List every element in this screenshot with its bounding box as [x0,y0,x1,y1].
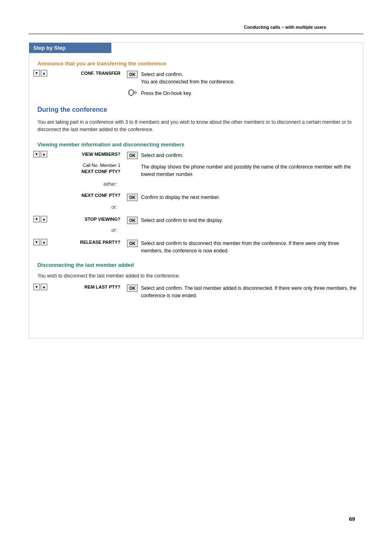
release-up-icon: ▲ [41,239,47,245]
or2-label: or: [111,227,120,233]
release-party-row: ▼ ▲ RELEASE PARTY? OK Select and confirm… [29,237,363,256]
next-conf-ok[interactable]: OK [127,194,138,201]
rem-last-icons: ▼ ▲ [33,284,47,290]
hook-text: Press the On-hook key. [141,89,359,97]
or2-left: or: [33,227,124,233]
disconnecting-body: You wish to disconnect the last member a… [29,270,363,282]
or2-row: or: [29,226,363,237]
stop-up-icon: ▲ [41,216,47,222]
stop-down-icon: ▼ [33,216,40,222]
release-icons: ▼ ▲ [33,239,47,245]
page-header: Conducting calls – with multiple users [29,0,363,34]
stop-viewing-left: ▼ ▲ STOP VIEWING? [33,216,124,222]
hook-key-row: Press the On-hook key. [29,87,363,99]
disconnecting-title: Disconnecting the last member added [29,259,363,270]
step-by-step-header: Step by Step [29,43,111,53]
either-left: either: [33,181,124,187]
view-members-text: Select and confirm. [141,151,359,159]
conf-transfer-label: CONF. TRANSFER [49,71,120,76]
callno-label: Call No. Member 1NEXT CONF PTY? [81,162,120,175]
rem-last-row: ▼ ▲ REM LAST PTY? OK Select and confirm.… [29,282,363,301]
release-down-icon: ▼ [33,239,40,245]
next-conf-left: NEXT CONF PTY? [33,193,124,198]
next-conf-text: Confirm to display the next member. [141,193,359,201]
svg-rect-1 [133,92,136,93]
down-arrow-icon: ▼ [33,70,40,76]
conf-transfer-left: ▼ ▲ CONF. TRANSFER [33,70,124,76]
release-party-label: RELEASE PARTY? [49,240,120,245]
view-members-row: ▼ ▲ VIEW MEMBERS? OK Select and confirm. [29,149,363,161]
callno-text: The display shows the phone number and p… [141,162,359,178]
rem-last-left: ▼ ▲ REM LAST PTY? [33,284,124,290]
view-members-icons: ▼ ▲ [33,151,47,157]
conf-transfer-row: ▼ ▲ CONF. TRANSFER OK Select and confirm… [29,68,363,87]
conf-transfer-text: Select and confirm.You are disconnected … [141,70,359,86]
view-up-icon: ▲ [41,151,47,157]
release-party-text: Select and confirm to disconnect this me… [141,239,359,254]
main-content: Step by Step Announce that you are trans… [29,34,363,338]
viewing-title: Viewing member information and disconnec… [29,138,363,149]
or1-left: or: [33,204,124,210]
either-label: either: [104,181,120,187]
view-down-icon: ▼ [33,151,40,157]
hook-icon [127,89,138,96]
next-conf-label: NEXT CONF PTY? [33,193,120,198]
rem-up-icon: ▲ [41,284,47,290]
header-title: Conducting calls – with multiple users [244,25,326,30]
callno-row: Call No. Member 1NEXT CONF PTY? The disp… [29,161,363,180]
step-by-step-body: Announce that you are transferring the c… [29,53,363,338]
either-row: either: [29,180,363,191]
view-members-label: VIEW MEMBERS? [49,152,120,157]
page-number: 69 [349,516,355,522]
view-members-left: ▼ ▲ VIEW MEMBERS? [33,151,124,157]
during-title: During the conference [29,101,363,116]
stop-viewing-row: ▼ ▲ STOP VIEWING? OK Select and confirm … [29,214,363,226]
during-body: You are taking part in a conference with… [29,116,363,136]
callno-left: Call No. Member 1NEXT CONF PTY? [33,162,124,175]
release-party-left: ▼ ▲ RELEASE PARTY? [33,239,124,245]
announce-title: Announce that you are transferring the c… [29,57,363,68]
rem-last-text: Select and confirm. The last member adde… [141,284,359,299]
stop-viewing-ok[interactable]: OK [127,217,138,224]
rem-last-label: REM LAST PTY? [49,284,120,289]
conf-transfer-ok[interactable]: OK [127,71,138,78]
next-conf-row: NEXT CONF PTY? OK Confirm to display the… [29,191,363,203]
release-party-ok[interactable]: OK [127,240,138,247]
stop-viewing-text: Select and confirm to end the display. [141,216,359,224]
view-members-ok[interactable]: OK [127,152,138,159]
or1-label: or: [111,204,120,210]
rem-last-ok[interactable]: OK [127,284,138,292]
rem-down-icon: ▼ [33,284,40,290]
or1-row: or: [29,203,363,214]
stop-viewing-icons: ▼ ▲ [33,216,47,222]
step-by-step-box: Step by Step Announce that you are trans… [29,42,363,338]
up-arrow-icon: ▲ [41,70,47,76]
conf-transfer-icons: ▼ ▲ [33,70,47,76]
stop-viewing-label: STOP VIEWING? [49,217,120,222]
